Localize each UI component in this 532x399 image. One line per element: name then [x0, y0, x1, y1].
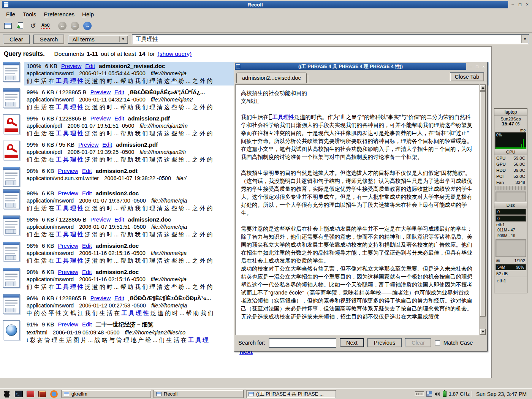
result-preview-link[interactable]: Preview: [58, 242, 78, 249]
nav-first-button[interactable]: ←: [57, 21, 68, 31]
menu-help[interactable]: Help: [78, 10, 98, 19]
taskbar-tasks: gkrellmRecoll((工 PHRASE 4 具 PHRASE ...: [61, 390, 336, 398]
battery-icon[interactable]: [443, 391, 446, 397]
search-mode-select[interactable]: All terms ▼: [68, 35, 128, 44]
scroll-up-icon[interactable]: [480, 85, 486, 91]
clear-button[interactable]: Clear: [3, 35, 30, 44]
volume-row: 52 dB: [494, 271, 527, 277]
scroll-down-icon[interactable]: [480, 329, 486, 335]
preview-text[interactable]: 高校招生的社会功能和目的文/钱江我们生活在工具理性泛滥的时代。作为“世之显学”的…: [235, 84, 479, 335]
maximize-icon[interactable]: □: [474, 64, 480, 70]
result-edit-link[interactable]: Edit: [114, 295, 124, 301]
result-preview-link[interactable]: Preview: [90, 89, 111, 95]
disk-read-value: 0: [497, 209, 500, 214]
result-date: 2006-11-16 02:15:16 -0500: [79, 276, 146, 282]
query-input[interactable]: 工具理性 ▼: [132, 34, 529, 44]
close-tab-button[interactable]: Close Tab: [450, 72, 484, 81]
result-edit-link[interactable]: Edit: [82, 168, 92, 174]
doc-file-icon: [3, 167, 20, 187]
disk-meter: 0: [496, 215, 526, 222]
gkrellm-hostname: laptop: [494, 109, 527, 116]
speaker-icon[interactable]: [434, 391, 440, 397]
titlebar-strip: ((工 PHRASE 4 具 PHRASE 4 理 PHRASE 4 性)): [235, 63, 466, 70]
result-url: file:///home/qian2/files/co: [125, 329, 186, 336]
result-edit-link[interactable]: Edit: [114, 89, 124, 95]
keyboard-icon[interactable]: [415, 391, 424, 396]
result-preview-link[interactable]: Preview: [90, 115, 111, 122]
result-date: 2006-01-11 04:32:14 -0500: [79, 97, 146, 103]
open-document-button[interactable]: [15, 21, 26, 31]
find-clear-button[interactable]: Clear: [405, 338, 431, 347]
results-table-button[interactable]: [2, 21, 14, 31]
firefox-launcher[interactable]: [49, 390, 59, 398]
result-preview-link[interactable]: Preview: [58, 190, 78, 196]
result-edit-link[interactable]: Edit: [114, 115, 124, 122]
minimize-icon[interactable]: –: [510, 2, 516, 8]
match-case-checkbox[interactable]: [435, 340, 440, 345]
find-next-button[interactable]: Next: [340, 338, 364, 347]
query-value: 工具理性: [135, 36, 158, 43]
document-icon: [18, 22, 23, 29]
taskbar-clock[interactable]: Sun Sep 23, 3:47 PM: [472, 391, 530, 397]
docs-label: Documents: [54, 51, 84, 57]
taskbar-task[interactable]: Recoll: [154, 390, 244, 398]
result-mime: text/html: [27, 329, 48, 336]
close-icon[interactable]: ×: [524, 2, 530, 8]
terminal-launcher[interactable]: >_: [14, 390, 23, 398]
result-preview-link[interactable]: Preview: [61, 63, 81, 69]
nav-forward-button[interactable]: →: [82, 21, 93, 31]
menu-tools[interactable]: Tools: [19, 10, 40, 19]
result-edit-link[interactable]: Edit: [102, 141, 112, 148]
result-url: file:///home/qian2/fi: [139, 149, 186, 155]
menu-preferences[interactable]: Preferences: [40, 10, 78, 19]
workspace-grid-icon[interactable]: [426, 391, 432, 397]
result-url: file:///home/qia: [151, 276, 187, 282]
app-launcher-2[interactable]: [38, 390, 47, 398]
result-edit-link[interactable]: Edit: [114, 216, 124, 223]
scrollbar-thumb[interactable]: [480, 91, 486, 317]
search-button[interactable]: Search: [33, 35, 65, 44]
menu-file[interactable]: File: [2, 10, 19, 19]
result-title: 二十一世纪经济 – 细览: [96, 321, 154, 328]
preview-tab[interactable]: admission2...evised.doc: [236, 73, 307, 83]
result-mime: application/msword: [27, 250, 74, 256]
mail-row: ✉ 1/192: [494, 258, 527, 264]
taskbar-task[interactable]: ((工 PHRASE 4 具 PHRASE ...: [246, 390, 336, 398]
result-preview-link[interactable]: Preview: [58, 269, 78, 275]
result-preview-link[interactable]: Preview: [58, 321, 78, 328]
refresh-button[interactable]: ↺: [27, 21, 39, 31]
preview-titlebar[interactable]: ((工 PHRASE 4 具 PHRASE 4 理 PHRASE 4 性)) –…: [234, 62, 487, 71]
result-edit-link[interactable]: Edit: [85, 63, 95, 69]
main-menu-button[interactable]: [2, 390, 11, 398]
result-preview-link[interactable]: Preview: [78, 141, 98, 148]
taskbar-task[interactable]: gkrellm: [61, 390, 151, 398]
doc-file-icon: [3, 88, 20, 108]
result-preview-link[interactable]: Preview: [58, 168, 78, 174]
minimize-icon[interactable]: –: [468, 64, 473, 70]
result-edit-link[interactable]: Edit: [82, 321, 92, 328]
recoll-titlebar[interactable]: Recoll – □ ×: [0, 0, 532, 9]
chevron-down-icon: ▼: [119, 36, 126, 42]
result-date: 2006-01-12 00:27:53 -0500: [79, 302, 146, 309]
result-relevance: 98%: [27, 168, 38, 174]
result-preview-link[interactable]: Preview: [90, 216, 111, 223]
result-edit-link[interactable]: Edit: [82, 242, 92, 249]
find-input[interactable]: [269, 338, 336, 348]
maximize-icon[interactable]: □: [517, 2, 523, 8]
result-preview-link[interactable]: Preview: [90, 295, 111, 301]
nav-back-button[interactable]: ←: [69, 21, 81, 31]
result-size: 6 KB: [42, 269, 54, 275]
show-query-link[interactable]: (show query): [158, 51, 192, 57]
preview-scrollbar[interactable]: [480, 84, 486, 335]
close-icon[interactable]: ×: [481, 64, 486, 70]
result-edit-link[interactable]: Edit: [82, 269, 92, 275]
spellcheck-button[interactable]: ÂbÇ: [40, 21, 51, 31]
app-launcher-1[interactable]: [26, 390, 35, 398]
find-previous-button[interactable]: Previous: [367, 338, 402, 347]
results-header: Query results. Documents 1-11 out of at …: [4, 51, 489, 57]
result-edit-link[interactable]: Edit: [82, 190, 92, 196]
result-relevance: 98%: [27, 216, 38, 223]
result-size: 8 KB / 1228865 B: [42, 295, 87, 301]
desktop: Recoll – □ × FileToolsPreferencesHelp ↺ …: [0, 0, 532, 399]
match-case-label: Match Case: [443, 340, 473, 346]
